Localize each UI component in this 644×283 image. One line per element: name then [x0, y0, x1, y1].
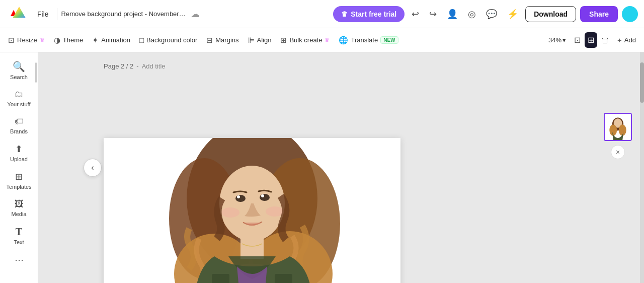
svg-rect-18	[212, 274, 229, 283]
sidebar-item-text[interactable]: T Text	[2, 222, 36, 249]
page-number: Page 2 / 2	[104, 62, 133, 70]
svg-point-24	[619, 124, 626, 135]
plus-icon: +	[617, 36, 622, 44]
canvas-scrollbar-track[interactable]	[640, 52, 644, 283]
trial-label: Start free trial	[351, 10, 396, 18]
translate-icon: 🌐	[339, 36, 348, 45]
thumbnail-card[interactable]	[604, 113, 632, 141]
add-people-button[interactable]: 👤	[444, 6, 461, 23]
svg-marker-2	[13, 7, 26, 18]
sidebar-your-stuff-label: Your stuff	[8, 101, 31, 107]
topbar: ▲ File Remove background project - Novem…	[0, 0, 644, 28]
sidebar-item-templates[interactable]: ⊞ Templates	[2, 167, 36, 194]
align-button[interactable]: ⊫ Align	[244, 33, 276, 47]
svg-point-15	[261, 194, 264, 197]
theme-icon: ◑	[54, 36, 60, 45]
sidebar-item-upload[interactable]: ⬆ Upload	[2, 139, 36, 166]
svg-point-14	[237, 195, 240, 198]
your-stuff-icon: 🗂	[15, 89, 24, 100]
sidebar-media-label: Media	[12, 211, 27, 217]
apps-button[interactable]: ⚡	[504, 6, 521, 23]
sidebar-search-label: Search	[10, 74, 28, 80]
start-trial-button[interactable]: ♛ Start free trial	[333, 6, 405, 22]
zoom-control[interactable]: 34% ▾	[544, 34, 570, 46]
bulk-create-icon: ⊞	[280, 36, 287, 45]
user-avatar[interactable]	[622, 6, 638, 22]
add-title-link[interactable]: Add title	[142, 62, 166, 70]
chevron-left-icon: ‹	[91, 163, 94, 172]
search-icon: 🔍	[13, 60, 25, 73]
canva-logo-mark[interactable]	[11, 5, 27, 23]
sidebar-templates-label: Templates	[6, 184, 31, 190]
bulk-crown-icon: ♛	[325, 37, 330, 43]
thumbnail-panel: ×	[602, 113, 634, 159]
theme-label: Theme	[63, 36, 83, 44]
align-label: Align	[257, 36, 272, 44]
cloud-sync-icon: ☁	[191, 9, 200, 20]
svg-rect-11	[240, 236, 264, 259]
toolbar: ⊡ Resize ♛ ◑ Theme ✦ Animation □ Backgro…	[0, 28, 644, 52]
file-menu-button[interactable]: File	[33, 8, 53, 20]
sidebar-item-your-stuff[interactable]: 🗂 Your stuff	[2, 85, 36, 111]
download-button[interactable]: Download	[525, 6, 576, 22]
grid-view-button[interactable]: ⊡	[571, 32, 584, 48]
resize-crown-icon: ♛	[40, 37, 45, 43]
delete-button[interactable]: 🗑	[598, 33, 612, 48]
translate-new-badge: NEW	[380, 36, 398, 44]
margins-button[interactable]: ⊟ Margins	[202, 33, 243, 47]
canvas-page	[104, 138, 400, 283]
redo-button[interactable]: ↪	[426, 6, 440, 23]
topbar-divider	[57, 8, 57, 20]
page-label: Page 2 / 2 - Add title	[104, 62, 166, 70]
close-thumbnail-button[interactable]: ×	[611, 145, 625, 159]
translate-label: Translate	[351, 36, 378, 44]
canvas-content-svg	[104, 138, 400, 283]
trash-icon: 🗑	[601, 36, 609, 45]
design-icon: ⊞	[588, 35, 594, 45]
margins-label: Margins	[215, 36, 238, 44]
animation-button[interactable]: ✦ Animation	[88, 33, 134, 47]
align-icon: ⊫	[248, 36, 255, 45]
canvas-scrollbar-thumb[interactable]	[640, 62, 644, 103]
prev-page-button[interactable]: ‹	[84, 159, 102, 177]
sidebar-brands-label: Brands	[10, 128, 28, 134]
canvas-area: Page 2 / 2 - Add title ‹	[38, 52, 644, 283]
share-button[interactable]: Share	[580, 6, 618, 22]
bulk-create-button[interactable]: ⊞ Bulk create ♛	[276, 33, 334, 47]
theme-button[interactable]: ◑ Theme	[50, 33, 87, 47]
margins-icon: ⊟	[206, 36, 213, 45]
zoom-value: 34%	[548, 36, 561, 44]
resize-icon: ⊡	[8, 36, 15, 45]
svg-point-23	[609, 124, 617, 135]
sidebar-item-brands[interactable]: 🏷 Brands	[2, 112, 36, 138]
animation-icon: ✦	[92, 36, 99, 45]
chevron-down-icon: ▾	[562, 36, 566, 44]
sidebar-scrollbar[interactable]	[35, 62, 37, 83]
bg-color-button[interactable]: □ Background color	[135, 33, 201, 47]
add-label: Add	[624, 36, 636, 44]
more-icon: ⋯	[15, 254, 24, 265]
sidebar: 🔍 Search 🗂 Your stuff 🏷 Brands ⬆ Upload …	[0, 52, 38, 283]
design-view-button[interactable]: ⊞	[585, 32, 597, 48]
undo-button[interactable]: ↩	[409, 6, 422, 23]
comment-button[interactable]: 💬	[483, 6, 500, 23]
animation-label: Animation	[101, 36, 130, 44]
svg-point-16	[221, 207, 239, 218]
text-icon: T	[16, 226, 22, 238]
svg-point-17	[266, 206, 284, 217]
brands-icon: 🏷	[15, 116, 24, 127]
sidebar-item-media[interactable]: 🖼 Media	[2, 195, 36, 221]
add-button[interactable]: + Add	[613, 33, 640, 47]
upload-icon: ⬆	[15, 144, 23, 155]
bg-color-icon: □	[139, 36, 144, 44]
translate-button[interactable]: 🌐 Translate NEW	[335, 33, 402, 47]
svg-rect-19	[275, 274, 292, 283]
crown-icon: ♛	[341, 10, 348, 18]
location-button[interactable]: ◎	[465, 6, 479, 23]
bulk-create-label: Bulk create	[289, 36, 322, 44]
media-icon: 🖼	[15, 199, 24, 209]
sidebar-item-more[interactable]: ⋯	[2, 250, 36, 269]
resize-button[interactable]: ⊡ Resize ♛	[4, 33, 49, 47]
sidebar-item-search[interactable]: 🔍 Search	[2, 56, 36, 84]
bg-color-label: Background color	[146, 36, 197, 44]
